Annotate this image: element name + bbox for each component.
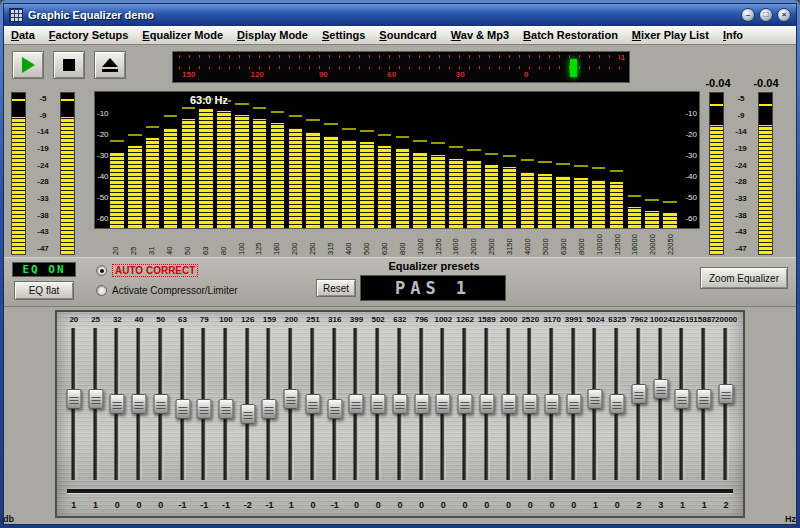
eq-slider-handle[interactable]: [458, 394, 473, 414]
eq-slider-handle[interactable]: [697, 389, 712, 409]
eq-slider-handle[interactable]: [327, 399, 342, 419]
eq-slider-handle[interactable]: [110, 394, 125, 414]
close-button[interactable]: ×: [777, 8, 791, 22]
eq-slider-handle[interactable]: [414, 394, 429, 414]
eq-slider-handle[interactable]: [371, 394, 386, 414]
eq-slider-band-1262[interactable]: [454, 326, 476, 482]
spectrum-band: [162, 93, 180, 228]
stop-button[interactable]: [53, 51, 85, 79]
eq-slider-handle[interactable]: [501, 394, 516, 414]
spectrum-analyzer: 63.0 Hz -10-20-30-40-50-60 -10-20-30-40-…: [94, 91, 700, 257]
eq-slider-band-79[interactable]: [193, 326, 215, 482]
eq-slider-band-200[interactable]: [280, 326, 302, 482]
eq-slider-band-316[interactable]: [324, 326, 346, 482]
compressor-radio[interactable]: [96, 285, 107, 296]
eq-slider-handle[interactable]: [718, 384, 733, 404]
eq-slider-handle[interactable]: [262, 399, 277, 419]
eq-slider-band-6325[interactable]: [606, 326, 628, 482]
eq-slider-band-20000[interactable]: [715, 326, 737, 482]
x-axis-label: 22050: [662, 230, 680, 255]
eq-slider-handle[interactable]: [479, 394, 494, 414]
eq-slider-band-50[interactable]: [150, 326, 172, 482]
eq-slider-handle[interactable]: [392, 394, 407, 414]
menu-item-display-mode[interactable]: Display Mode: [230, 29, 315, 41]
eq-slider-band-10024[interactable]: [650, 326, 672, 482]
eq-slider-handle[interactable]: [653, 379, 668, 399]
eq-slider-handle[interactable]: [631, 384, 646, 404]
eq-slider-band-251[interactable]: [302, 326, 324, 482]
menu-item-factory-setups[interactable]: Factory Setups: [42, 29, 135, 41]
meter-scale-label: -24: [730, 161, 752, 170]
eq-slider-handle[interactable]: [153, 394, 168, 414]
meter-scale-label: 90: [319, 70, 328, 79]
eq-slider-band-25[interactable]: [85, 326, 107, 482]
spectrum-bar: [556, 176, 570, 228]
eq-slider-band-1002[interactable]: [432, 326, 454, 482]
eq-slider-band-32[interactable]: [106, 326, 128, 482]
eq-slider-handle[interactable]: [523, 394, 538, 414]
menu-item-settings[interactable]: Settings: [315, 29, 372, 41]
menu-item-mixer-play-list[interactable]: Mixer Play List: [625, 29, 716, 41]
eq-slider-handle[interactable]: [305, 394, 320, 414]
eq-slider-band-159[interactable]: [259, 326, 281, 482]
eq-slider-handle[interactable]: [132, 394, 147, 414]
eq-slider-band-20[interactable]: [63, 326, 85, 482]
eq-slider-band-3170[interactable]: [541, 326, 563, 482]
menu-item-soundcard[interactable]: Soundcard: [372, 29, 443, 41]
peak-readout-left: -0.04: [705, 77, 730, 89]
eq-slider-handle[interactable]: [588, 389, 603, 409]
eq-slider-handle[interactable]: [240, 404, 255, 424]
eq-slider-band-15887[interactable]: [693, 326, 715, 482]
eq-slider-band-40[interactable]: [128, 326, 150, 482]
eq-slider-handle[interactable]: [66, 389, 81, 409]
auto-correct-radio[interactable]: [96, 265, 107, 276]
compressor-option[interactable]: Activate Compressor/Limiter: [96, 285, 238, 296]
menu-item-batch-restoration[interactable]: Batch Restoration: [516, 29, 625, 41]
spectrum-band: [447, 93, 465, 228]
eq-slider-handle[interactable]: [88, 389, 103, 409]
x-axis-label: 250: [304, 230, 322, 255]
eq-slider-band-1589[interactable]: [476, 326, 498, 482]
eq-slider-handle[interactable]: [284, 389, 299, 409]
eq-slider-band-12619[interactable]: [672, 326, 694, 482]
eq-slider-band-3991[interactable]: [563, 326, 585, 482]
eq-slider-handle[interactable]: [610, 394, 625, 414]
eq-slider-band-126[interactable]: [237, 326, 259, 482]
eq-slider-band-399[interactable]: [346, 326, 368, 482]
meter-fill: [61, 117, 74, 254]
eq-slider-handle[interactable]: [675, 389, 690, 409]
menu-item-wav-mp3[interactable]: Wav & Mp3: [444, 29, 516, 41]
eq-slider-band-2520[interactable]: [519, 326, 541, 482]
auto-correct-option[interactable]: AUTO CORRECT: [96, 264, 198, 277]
eq-slider-band-502[interactable]: [367, 326, 389, 482]
eq-slider-band-796[interactable]: [411, 326, 433, 482]
x-axis-label: 12500: [608, 230, 626, 255]
eject-button[interactable]: [94, 51, 126, 79]
eq-slider-handle[interactable]: [349, 394, 364, 414]
eq-slider-band-63[interactable]: [172, 326, 194, 482]
eq-slider-band-7962[interactable]: [628, 326, 650, 482]
eq-slider-handle[interactable]: [436, 394, 451, 414]
zoom-equalizer-button[interactable]: Zoom Equalizer: [700, 267, 788, 289]
eq-slider-band-5024[interactable]: [585, 326, 607, 482]
eq-slider-band-2000[interactable]: [498, 326, 520, 482]
menu-item-data[interactable]: Data: [4, 29, 42, 41]
spectrum-bar: [360, 142, 374, 228]
eq-slider-band-632[interactable]: [389, 326, 411, 482]
eq-flat-button[interactable]: EQ flat: [14, 281, 74, 300]
eq-slider-handle[interactable]: [175, 399, 190, 419]
spectrum-band: [590, 93, 608, 228]
x-axis-label: 4000: [519, 230, 537, 255]
eq-slider-handle[interactable]: [566, 394, 581, 414]
minimize-button[interactable]: –: [741, 8, 755, 22]
menu-item-equalizer-mode[interactable]: Equalizer Mode: [135, 29, 230, 41]
eq-slider-handle[interactable]: [219, 399, 234, 419]
play-button[interactable]: [12, 51, 44, 79]
eq-slider-handle[interactable]: [545, 394, 560, 414]
reset-button[interactable]: Reset: [316, 279, 356, 297]
menu-item-info[interactable]: Info: [716, 29, 750, 41]
maximize-button[interactable]: □: [759, 8, 773, 22]
eq-slider-band-100[interactable]: [215, 326, 237, 482]
eq-slider-handle[interactable]: [197, 399, 212, 419]
spectrum-bars: [95, 93, 699, 228]
